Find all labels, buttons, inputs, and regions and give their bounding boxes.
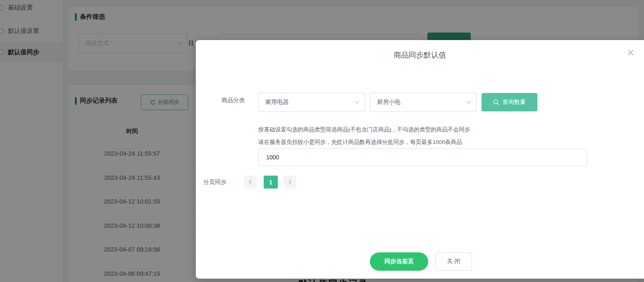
search-icon bbox=[493, 99, 499, 106]
chevron-left-icon bbox=[249, 180, 252, 185]
query-count-label: 查询数量 bbox=[502, 98, 526, 106]
pager-next-button[interactable] bbox=[284, 176, 296, 189]
category-level2-value: 厨房小电 bbox=[377, 98, 400, 106]
app-root: 基础设置 默认值设置 默认值同步 条件筛选 同步方式 日 同步记录列表 bbox=[0, 0, 644, 282]
query-count-button[interactable]: 查询数量 bbox=[482, 93, 537, 111]
note-line-1: 按基础设置勾选的商品类型筛选商品(不包含门店商品)，不勾选的类型的商品不会同步 bbox=[258, 126, 470, 133]
chevron-down-icon bbox=[466, 101, 471, 104]
paging-label: 分页同步 bbox=[203, 179, 227, 186]
close-icon[interactable] bbox=[627, 48, 635, 57]
category-label: 商品分类 bbox=[222, 97, 245, 104]
pager-prev-button[interactable] bbox=[244, 176, 257, 189]
dialog-title: 商品同步默认值 bbox=[196, 50, 644, 60]
page-size-input[interactable] bbox=[258, 149, 587, 166]
chevron-down-icon bbox=[354, 101, 359, 104]
product-sync-default-dialog: 商品同步默认值 商品分类 家用电器 厨房小电 查询数量 按基 bbox=[196, 40, 644, 279]
note-line-2: 请在服务器负担较小是同步，先统计商品数再选择分批同步，每页最多1000条商品 bbox=[258, 138, 462, 146]
category-level1-select[interactable]: 家用电器 bbox=[258, 93, 365, 112]
sync-current-page-button[interactable]: 同步当前页 bbox=[370, 252, 428, 271]
close-button[interactable]: 关 闭 bbox=[435, 252, 472, 271]
category-level2-select[interactable]: 厨房小电 bbox=[370, 93, 477, 112]
pager-page-1[interactable]: 1 bbox=[264, 176, 278, 189]
category-level1-value: 家用电器 bbox=[265, 98, 289, 106]
chevron-right-icon bbox=[288, 180, 292, 185]
